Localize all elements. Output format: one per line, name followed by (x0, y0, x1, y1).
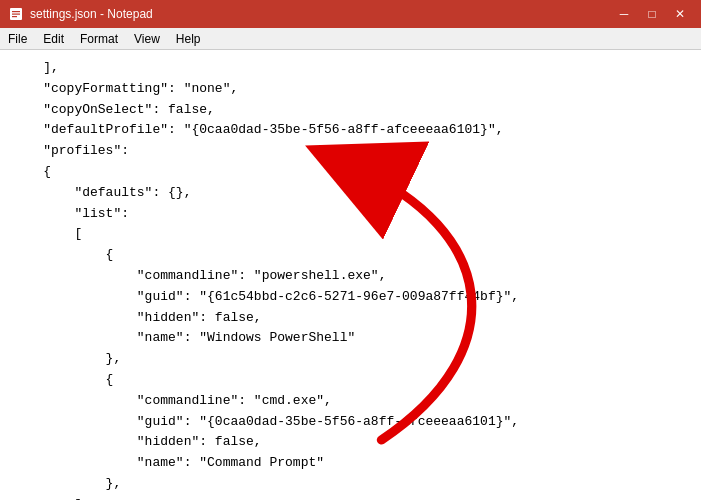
code-line: "guid": "{61c54bbd-c2c6-5271-96e7-009a87… (12, 287, 689, 308)
window-title: settings.json - Notepad (30, 7, 611, 21)
code-line: "defaultProfile": "{0caa0dad-35be-5f56-a… (12, 120, 689, 141)
menu-edit[interactable]: Edit (35, 28, 72, 49)
code-line: "guid": "{0caa0dad-35be-5f56-a8ff-afceee… (12, 412, 689, 433)
app-icon (8, 6, 24, 22)
minimize-button[interactable]: ─ (611, 4, 637, 24)
menu-view[interactable]: View (126, 28, 168, 49)
maximize-button[interactable]: □ (639, 4, 665, 24)
menu-file[interactable]: File (0, 28, 35, 49)
window-controls: ─ □ ✕ (611, 4, 693, 24)
code-line: { (12, 370, 689, 391)
code-line: "list": (12, 204, 689, 225)
code-line: "hidden": false, (12, 432, 689, 453)
code-line: }, (12, 349, 689, 370)
code-content: ], "copyFormatting": "none", "copyOnSele… (12, 58, 689, 500)
code-line: ], (12, 58, 689, 79)
svg-rect-1 (12, 11, 20, 12)
svg-rect-2 (12, 14, 20, 15)
code-line: }, (12, 474, 689, 495)
title-bar: settings.json - Notepad ─ □ ✕ (0, 0, 701, 28)
code-line: "defaults": {}, (12, 183, 689, 204)
code-line: "name": "Command Prompt" (12, 453, 689, 474)
menu-help[interactable]: Help (168, 28, 209, 49)
code-line: "copyFormatting": "none", (12, 79, 689, 100)
close-button[interactable]: ✕ (667, 4, 693, 24)
menu-format[interactable]: Format (72, 28, 126, 49)
code-line: "commandline": "cmd.exe", (12, 391, 689, 412)
code-line: [ (12, 224, 689, 245)
code-line: { (12, 162, 689, 183)
code-line: "name": "Windows PowerShell" (12, 328, 689, 349)
code-line: "hidden": false, (12, 308, 689, 329)
code-line: ], (12, 495, 689, 500)
menu-bar: File Edit Format View Help (0, 28, 701, 50)
code-line: "profiles": (12, 141, 689, 162)
editor-area[interactable]: ], "copyFormatting": "none", "copyOnSele… (0, 50, 701, 500)
code-line: "commandline": "powershell.exe", (12, 266, 689, 287)
svg-rect-3 (12, 16, 17, 17)
code-line: { (12, 245, 689, 266)
code-line: "copyOnSelect": false, (12, 100, 689, 121)
